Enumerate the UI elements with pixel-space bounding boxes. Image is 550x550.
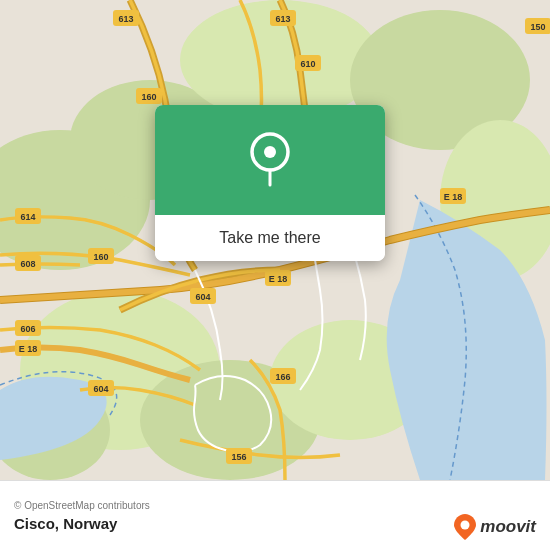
svg-point-45 [461, 521, 470, 530]
svg-text:604: 604 [93, 384, 108, 394]
svg-text:156: 156 [231, 452, 246, 462]
popup-button-area[interactable]: Take me there [155, 215, 385, 261]
map-container: 613 613 150 160 610 E 18 160 614 608 606… [0, 0, 550, 480]
svg-text:E 18: E 18 [269, 274, 288, 284]
svg-text:160: 160 [93, 252, 108, 262]
svg-text:610: 610 [300, 59, 315, 69]
svg-text:613: 613 [275, 14, 290, 24]
moovit-pin-icon [454, 514, 476, 540]
map-popup: Take me there [155, 105, 385, 261]
svg-point-43 [264, 146, 276, 158]
svg-text:E 18: E 18 [444, 192, 463, 202]
svg-text:160: 160 [141, 92, 156, 102]
moovit-label: moovit [480, 517, 536, 537]
svg-text:614: 614 [20, 212, 35, 222]
svg-text:604: 604 [195, 292, 210, 302]
popup-header [155, 105, 385, 215]
svg-text:606: 606 [20, 324, 35, 334]
take-me-there-button[interactable]: Take me there [219, 229, 320, 247]
svg-text:608: 608 [20, 259, 35, 269]
attribution-text: © OpenStreetMap contributors [14, 500, 536, 511]
location-pin-icon [245, 130, 295, 190]
bottom-bar: © OpenStreetMap contributors Cisco, Norw… [0, 480, 550, 550]
svg-text:E 18: E 18 [19, 344, 38, 354]
svg-text:613: 613 [118, 14, 133, 24]
svg-text:166: 166 [275, 372, 290, 382]
svg-text:150: 150 [530, 22, 545, 32]
moovit-logo: moovit [454, 514, 536, 540]
